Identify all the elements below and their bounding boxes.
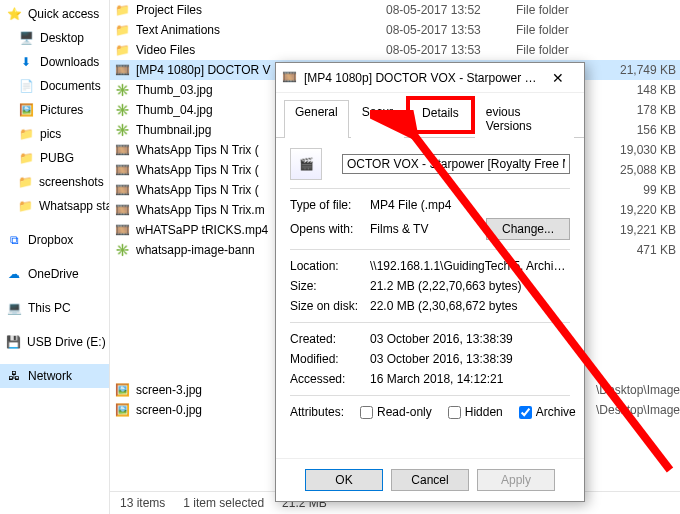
folder-icon: 📁: [18, 150, 34, 166]
star-icon: ⭐: [6, 6, 22, 22]
dialog-body: 🎬 Type of file:MP4 File (.mp4 Opens with…: [276, 138, 584, 458]
file-size: 19,220 KB: [596, 203, 676, 217]
file-row[interactable]: 📁Video Files08-05-2017 13:53File folder: [110, 40, 680, 60]
nav-documents[interactable]: 📄Documents: [0, 74, 109, 98]
close-button[interactable]: ✕: [538, 64, 578, 92]
status-items: 13 items: [120, 496, 165, 510]
pc-icon: 💻: [6, 300, 22, 316]
ok-button[interactable]: OK: [305, 469, 383, 491]
filename-input[interactable]: [342, 154, 570, 174]
onedrive-icon: ☁: [6, 266, 22, 282]
cancel-button[interactable]: Cancel: [391, 469, 469, 491]
file-size: 178 KB: [596, 103, 676, 117]
file-date: 08-05-2017 13:53: [386, 23, 516, 37]
tab-security[interactable]: Secur: [351, 100, 404, 138]
file-size: 99 KB: [596, 183, 676, 197]
file-name: Video Files: [136, 43, 386, 57]
nav-whatsapp[interactable]: 📁Whatsapp status: [0, 194, 109, 218]
created-value: 03 October 2016, 13:38:39: [370, 332, 570, 346]
blank-icon: [114, 342, 130, 358]
file-row[interactable]: 📁Project Files08-05-2017 13:52File folde…: [110, 0, 680, 20]
folder-icon: 📁: [114, 42, 130, 58]
blank-icon: [114, 262, 130, 278]
img-icon: ✳️: [114, 82, 130, 98]
size-label: Size:: [290, 279, 370, 293]
tab-details-highlighted[interactable]: Details: [406, 96, 475, 134]
opens-with-value: Films & TV: [370, 222, 486, 236]
nav-downloads[interactable]: ⬇Downloads: [0, 50, 109, 74]
modified-label: Modified:: [290, 352, 370, 366]
blank-icon: [114, 302, 130, 318]
dialog-tabs: General Secur Details evious Versions: [276, 93, 584, 138]
file-name: Text Animations: [136, 23, 386, 37]
nav-desktop[interactable]: 🖥️Desktop: [0, 26, 109, 50]
folder-icon: 📁: [18, 174, 33, 190]
folder-icon: 📁: [114, 22, 130, 38]
accessed-label: Accessed:: [290, 372, 370, 386]
thumb-icon: 🖼️: [114, 402, 130, 418]
file-size: 471 KB: [596, 243, 676, 257]
location-value: \\192.168.1.1\GuidingTech\5. Archives\2.…: [370, 259, 570, 273]
accessed-value: 16 March 2018, 14:12:21: [370, 372, 570, 386]
type-of-file-value: MP4 File (.mp4: [370, 198, 570, 212]
nav-thispc[interactable]: 💻This PC: [0, 296, 109, 320]
file-size: \Desktop\Images\Pl: [596, 383, 676, 397]
file-type: File folder: [516, 43, 596, 57]
status-selected: 1 item selected: [183, 496, 264, 510]
quick-access-label: Quick access: [28, 7, 99, 21]
blank-icon: [114, 282, 130, 298]
nav-pictures[interactable]: 🖼️Pictures: [0, 98, 109, 122]
file-type-icon: 🎬: [290, 148, 322, 180]
img-icon: ✳️: [114, 242, 130, 258]
file-size: 21,749 KB: [596, 63, 676, 77]
modified-value: 03 October 2016, 13:38:39: [370, 352, 570, 366]
blank-icon: [114, 362, 130, 378]
pictures-icon: 🖼️: [18, 102, 34, 118]
dropbox-icon: ⧉: [6, 232, 22, 248]
created-label: Created:: [290, 332, 370, 346]
quick-access[interactable]: ⭐Quick access: [0, 2, 109, 26]
size-on-disk-label: Size on disk:: [290, 299, 370, 313]
file-size: 19,221 KB: [596, 223, 676, 237]
img-icon: ✳️: [114, 122, 130, 138]
video-icon: 🎞️: [114, 142, 130, 158]
dialog-buttons: OK Cancel Apply: [276, 458, 584, 501]
nav-pics[interactable]: 📁pics: [0, 122, 109, 146]
tab-general[interactable]: General: [284, 100, 349, 138]
change-button[interactable]: Change...: [486, 218, 570, 240]
nav-usb[interactable]: 💾USB Drive (E:): [0, 330, 109, 354]
hidden-checkbox[interactable]: Hidden: [448, 405, 503, 419]
thumb-icon: 🖼️: [114, 382, 130, 398]
file-date: 08-05-2017 13:52: [386, 3, 516, 17]
file-size: 148 KB: [596, 83, 676, 97]
properties-dialog: 🎞️ [MP4 1080p] DOCTOR VOX - Starpower [R…: [275, 62, 585, 502]
folder-icon: 📁: [18, 198, 33, 214]
video-icon: 🎞️: [114, 182, 130, 198]
nav-network[interactable]: 🖧Network: [0, 364, 109, 388]
nav-dropbox[interactable]: ⧉Dropbox: [0, 228, 109, 252]
folder-icon: 📁: [18, 126, 34, 142]
dialog-title: [MP4 1080p] DOCTOR VOX - Starpower [Roya…: [304, 71, 538, 85]
apply-button[interactable]: Apply: [477, 469, 555, 491]
nav-onedrive[interactable]: ☁OneDrive: [0, 262, 109, 286]
nav-pane: ⭐Quick access 🖥️Desktop ⬇Downloads 📄Docu…: [0, 0, 110, 514]
attributes-label: Attributes:: [290, 405, 344, 419]
tab-previous-versions[interactable]: evious Versions: [475, 100, 574, 138]
file-type: File folder: [516, 3, 596, 17]
nav-pubg[interactable]: 📁PUBG: [0, 146, 109, 170]
file-size: 25,088 KB: [596, 163, 676, 177]
dialog-titlebar[interactable]: 🎞️ [MP4 1080p] DOCTOR VOX - Starpower [R…: [276, 63, 584, 93]
readonly-checkbox[interactable]: Read-only: [360, 405, 432, 419]
archive-checkbox[interactable]: Archive: [519, 405, 576, 419]
file-date: 08-05-2017 13:53: [386, 43, 516, 57]
document-icon: 📄: [18, 78, 34, 94]
type-of-file-label: Type of file:: [290, 198, 370, 212]
file-row[interactable]: 📁Text Animations08-05-2017 13:53File fol…: [110, 20, 680, 40]
nav-screenshots[interactable]: 📁screenshots: [0, 170, 109, 194]
blank-icon: [114, 322, 130, 338]
desktop-icon: 🖥️: [18, 30, 34, 46]
file-size: 19,030 KB: [596, 143, 676, 157]
file-name: Project Files: [136, 3, 386, 17]
video-icon: 🎞️: [114, 222, 130, 238]
video-icon: 🎞️: [114, 202, 130, 218]
